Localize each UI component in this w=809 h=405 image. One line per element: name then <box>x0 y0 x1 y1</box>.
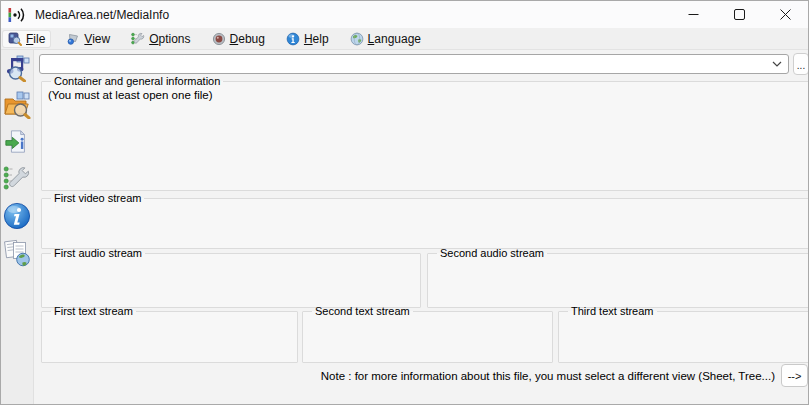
close-icon <box>780 9 791 20</box>
website-icon <box>3 239 31 267</box>
titlebar: MediaArea.net/MediaInfo <box>1 1 808 28</box>
preferences-button[interactable] <box>2 164 32 194</box>
menu-options-label: Options <box>149 32 190 46</box>
group-second-text-stream: Second text stream <box>302 305 553 363</box>
menu-debug[interactable]: Debug <box>207 31 270 47</box>
group-first-text-stream: First text stream <box>41 305 298 363</box>
maximize-button[interactable] <box>716 1 762 28</box>
group-second-audio-stream: Second audio stream <box>427 247 809 308</box>
preferences-icon <box>3 165 31 193</box>
menubar: File View <box>1 28 808 50</box>
export-info-icon <box>4 129 30 155</box>
about-icon <box>3 202 31 230</box>
open-folder-icon <box>3 91 31 119</box>
menu-language[interactable]: Language <box>345 31 426 47</box>
open-file-button[interactable] <box>2 53 32 83</box>
combobox-dropdown-button[interactable] <box>766 55 788 73</box>
change-view-button[interactable]: --> <box>781 364 808 387</box>
group-first-audio-stream: First audio stream <box>41 247 421 308</box>
menu-debug-label: Debug <box>230 32 265 46</box>
website-button[interactable] <box>2 238 32 268</box>
group-first-video-stream-title: First video stream <box>51 192 144 204</box>
about-button[interactable] <box>2 201 32 231</box>
group-second-text-stream-title: Second text stream <box>312 305 413 317</box>
view-menu-icon <box>66 32 80 46</box>
footer-note: Note : for more information about this f… <box>321 370 775 382</box>
menu-view[interactable]: View <box>61 31 115 47</box>
debug-menu-icon <box>212 32 226 46</box>
browse-button[interactable]: ... <box>793 53 809 75</box>
menu-view-label: View <box>84 32 110 46</box>
file-combobox[interactable] <box>39 54 789 74</box>
chevron-down-icon <box>772 61 782 67</box>
options-menu-icon <box>131 32 145 46</box>
menu-options[interactable]: Options <box>126 31 195 47</box>
open-file-icon <box>3 54 31 82</box>
maximize-icon <box>734 9 745 20</box>
group-second-audio-stream-title: Second audio stream <box>437 247 547 259</box>
browse-button-label: ... <box>797 64 805 68</box>
group-general-info-title: Container and general information <box>51 75 223 87</box>
change-view-button-label: --> <box>788 370 802 382</box>
language-menu-icon <box>350 32 364 46</box>
open-folder-button[interactable] <box>2 90 32 120</box>
group-first-text-stream-title: First text stream <box>51 305 136 317</box>
minimize-button[interactable] <box>670 1 716 28</box>
group-third-text-stream: Third text stream <box>558 305 809 363</box>
close-button[interactable] <box>762 1 808 28</box>
file-path-input[interactable] <box>40 55 766 73</box>
group-general-info: Container and general information (You m… <box>41 75 809 191</box>
mediainfo-window: MediaArea.net/MediaInfo <box>0 0 809 405</box>
menu-language-label: Language <box>368 32 421 46</box>
general-info-placeholder: (You must at least open one file) <box>48 89 802 101</box>
minimize-icon <box>688 9 699 20</box>
file-menu-icon <box>8 32 22 46</box>
menu-help[interactable]: Help <box>281 31 334 47</box>
group-third-text-stream-title: Third text stream <box>568 305 657 317</box>
menu-help-label: Help <box>304 32 329 46</box>
toolbar-sidebar <box>1 50 34 404</box>
menu-file-label: File <box>26 32 45 46</box>
window-title: MediaArea.net/MediaInfo <box>35 8 169 22</box>
window-controls <box>670 1 808 28</box>
help-menu-icon <box>286 32 300 46</box>
app-icon <box>8 7 27 23</box>
menu-file[interactable]: File <box>3 31 50 47</box>
group-first-video-stream: First video stream <box>41 192 809 249</box>
export-button[interactable] <box>2 127 32 157</box>
group-first-audio-stream-title: First audio stream <box>51 247 145 259</box>
